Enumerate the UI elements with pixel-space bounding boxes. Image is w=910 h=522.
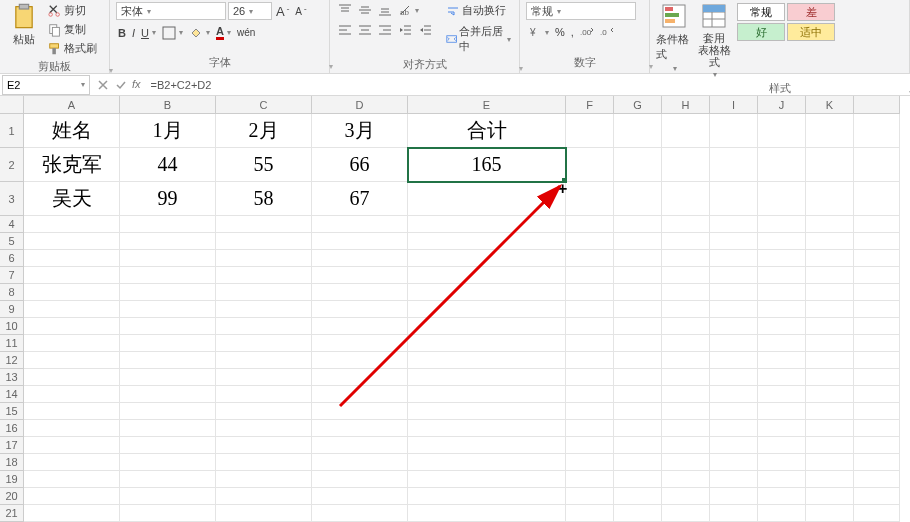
- cell[interactable]: [408, 352, 566, 369]
- increase-indent-button[interactable]: [416, 22, 434, 38]
- cell[interactable]: [758, 335, 806, 352]
- cell[interactable]: [806, 148, 854, 182]
- row-header[interactable]: 20: [0, 488, 24, 505]
- row-header[interactable]: 11: [0, 335, 24, 352]
- cell[interactable]: [566, 471, 614, 488]
- cell[interactable]: [312, 352, 408, 369]
- cell[interactable]: [312, 216, 408, 233]
- cell[interactable]: [566, 352, 614, 369]
- cell[interactable]: [710, 369, 758, 386]
- cut-button[interactable]: 剪切: [46, 2, 99, 19]
- cell[interactable]: [566, 267, 614, 284]
- cell[interactable]: [312, 386, 408, 403]
- wrap-text-button[interactable]: 自动换行: [444, 2, 513, 19]
- cell[interactable]: [24, 267, 120, 284]
- cell[interactable]: [806, 488, 854, 505]
- cell[interactable]: [710, 301, 758, 318]
- cell[interactable]: [758, 437, 806, 454]
- cell[interactable]: [566, 420, 614, 437]
- cell[interactable]: [566, 505, 614, 522]
- cell[interactable]: [758, 454, 806, 471]
- number-format-combo[interactable]: 常规: [526, 2, 636, 20]
- cell[interactable]: [566, 250, 614, 267]
- cell[interactable]: [614, 284, 662, 301]
- cell[interactable]: [662, 471, 710, 488]
- cell[interactable]: [854, 114, 900, 148]
- column-header[interactable]: I: [710, 96, 758, 114]
- cell[interactable]: [120, 335, 216, 352]
- style-chip[interactable]: 好: [737, 23, 785, 41]
- cell[interactable]: [710, 454, 758, 471]
- name-box[interactable]: E2: [2, 75, 90, 95]
- increase-decimal-button[interactable]: .00: [578, 24, 596, 40]
- style-chip[interactable]: 差: [787, 3, 835, 21]
- cell[interactable]: [24, 352, 120, 369]
- cell[interactable]: [408, 471, 566, 488]
- cell[interactable]: [312, 250, 408, 267]
- fill-color-button[interactable]: [187, 25, 212, 41]
- column-headers[interactable]: ABCDEFGHIJK: [24, 96, 900, 114]
- cell[interactable]: [566, 233, 614, 250]
- cell[interactable]: [408, 216, 566, 233]
- cell[interactable]: [854, 335, 900, 352]
- bold-button[interactable]: B: [116, 26, 128, 40]
- cell[interactable]: [24, 505, 120, 522]
- cell[interactable]: [662, 301, 710, 318]
- cell[interactable]: [662, 216, 710, 233]
- cell[interactable]: [408, 369, 566, 386]
- cell[interactable]: [408, 386, 566, 403]
- cell[interactable]: [614, 335, 662, 352]
- cell[interactable]: [806, 267, 854, 284]
- row-header[interactable]: 13: [0, 369, 24, 386]
- font-name-combo[interactable]: 宋体: [116, 2, 226, 20]
- cell[interactable]: [614, 250, 662, 267]
- row-header[interactable]: 21: [0, 505, 24, 522]
- phonetic-guide-button[interactable]: wén: [235, 26, 257, 39]
- cell[interactable]: [216, 505, 312, 522]
- cell[interactable]: [216, 352, 312, 369]
- cell[interactable]: [710, 182, 758, 216]
- cell[interactable]: [758, 352, 806, 369]
- cell[interactable]: [408, 488, 566, 505]
- cell[interactable]: 姓名: [24, 114, 120, 148]
- cell[interactable]: [710, 488, 758, 505]
- cell[interactable]: [662, 250, 710, 267]
- cell[interactable]: 3月: [312, 114, 408, 148]
- cell[interactable]: [662, 386, 710, 403]
- cell[interactable]: [806, 454, 854, 471]
- merge-center-button[interactable]: 合并后居中: [444, 23, 513, 55]
- cell[interactable]: [806, 284, 854, 301]
- cell[interactable]: [662, 488, 710, 505]
- cell[interactable]: [566, 369, 614, 386]
- cell[interactable]: [120, 352, 216, 369]
- decrease-indent-button[interactable]: [396, 22, 414, 38]
- cell[interactable]: [24, 437, 120, 454]
- cell[interactable]: [710, 284, 758, 301]
- orientation-button[interactable]: ab: [396, 2, 421, 18]
- border-button[interactable]: [160, 25, 185, 41]
- conditional-format-button[interactable]: 条件格式: [656, 2, 692, 73]
- cell[interactable]: [854, 148, 900, 182]
- cell[interactable]: [662, 114, 710, 148]
- cell[interactable]: [120, 267, 216, 284]
- cell[interactable]: [806, 437, 854, 454]
- cell[interactable]: [312, 505, 408, 522]
- cell[interactable]: [216, 284, 312, 301]
- cell[interactable]: [662, 267, 710, 284]
- row-header[interactable]: 2: [0, 148, 24, 182]
- cell[interactable]: [408, 437, 566, 454]
- cell[interactable]: [758, 471, 806, 488]
- cell[interactable]: [854, 403, 900, 420]
- cell[interactable]: 66: [312, 148, 408, 182]
- cell[interactable]: 44: [120, 148, 216, 182]
- row-header[interactable]: 3: [0, 182, 24, 216]
- cell[interactable]: [854, 250, 900, 267]
- cell[interactable]: [758, 284, 806, 301]
- cell[interactable]: [566, 386, 614, 403]
- cell[interactable]: [662, 505, 710, 522]
- cell[interactable]: [24, 301, 120, 318]
- cell[interactable]: [758, 114, 806, 148]
- cell[interactable]: [710, 403, 758, 420]
- cell[interactable]: [120, 233, 216, 250]
- cell[interactable]: [120, 250, 216, 267]
